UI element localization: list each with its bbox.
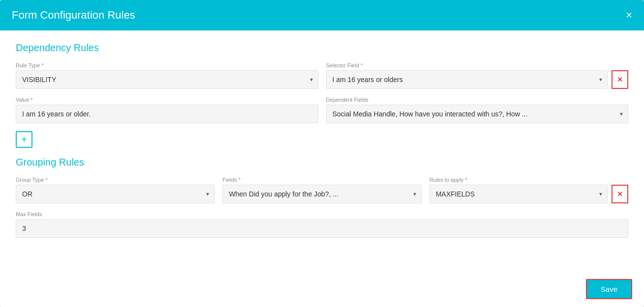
modal-title: Form Configuration Rules: [12, 9, 135, 22]
selector-field-group: Selector Field * I am 16 years or olders…: [326, 62, 608, 89]
modal-footer: Save: [586, 279, 632, 299]
dependent-fields-group: Dependent Fields Social Media Handle, Ho…: [326, 97, 629, 123]
fields-select[interactable]: When Did you apply for the Job?, ...: [223, 185, 421, 203]
group-type-select-wrapper: OR ▾: [16, 185, 215, 203]
selector-field-label: Selector Field *: [326, 62, 608, 68]
add-dependency-button[interactable]: +: [16, 131, 32, 148]
grouping-rules-section: Grouping Rules Group Type * OR ▾ Fields …: [16, 157, 628, 238]
rules-to-apply-clear-button[interactable]: ✕: [612, 185, 628, 203]
selector-field-wrapper: Selector Field * I am 16 years or olders…: [326, 62, 629, 89]
dependent-fields-select[interactable]: Social Media Handle, How have you intera…: [327, 105, 628, 123]
max-fields-label: Max Fields: [16, 211, 628, 217]
selector-field-select[interactable]: I am 16 years or olders: [327, 71, 608, 88]
dependent-fields-select-wrapper: Social Media Handle, How have you intera…: [326, 105, 629, 123]
selector-field-select-wrapper: I am 16 years or olders ▾: [326, 70, 608, 89]
rule-type-select-wrapper: VISIBILITY ▾: [16, 70, 318, 89]
rule-type-select[interactable]: VISIBILITY: [16, 71, 318, 88]
close-button[interactable]: ×: [626, 10, 632, 21]
group-type-label: Group Type *: [16, 177, 215, 183]
dependency-row-2: Value * Dependent Fields Social Media Ha…: [16, 97, 628, 123]
value-input[interactable]: [16, 105, 318, 123]
save-button[interactable]: Save: [586, 279, 632, 299]
modal-body: Dependency Rules Rule Type * VISIBILITY …: [0, 30, 644, 307]
fields-label: Fields *: [222, 177, 421, 183]
grouping-row-1: Group Type * OR ▾ Fields * When Did you …: [16, 177, 628, 203]
dependency-rules-title: Dependency Rules: [16, 42, 628, 54]
rules-to-apply-select-wrapper: MAXFIELDS ▾: [429, 185, 608, 203]
value-group: Value *: [16, 97, 318, 123]
rules-to-apply-group: Rules to apply * MAXFIELDS ▾: [429, 177, 608, 203]
dependency-row-1: Rule Type * VISIBILITY ▾ Selector Field …: [16, 62, 628, 89]
max-fields-input[interactable]: [16, 219, 628, 238]
modal-container: Form Configuration Rules × Dependency Ru…: [0, 0, 644, 307]
selector-field-clear-button[interactable]: ✕: [612, 70, 628, 89]
rule-type-label: Rule Type *: [16, 62, 318, 68]
rules-to-apply-wrapper: Rules to apply * MAXFIELDS ▾ ✕: [429, 177, 628, 203]
add-icon: +: [21, 134, 27, 145]
fields-select-wrapper: When Did you apply for the Job?, ... ▾: [222, 185, 421, 203]
dependent-fields-label: Dependent Fields: [326, 97, 629, 103]
grouping-rules-title: Grouping Rules: [16, 157, 628, 168]
fields-group: Fields * When Did you apply for the Job?…: [222, 177, 421, 203]
group-type-select[interactable]: OR: [16, 185, 214, 203]
dependency-rules-section: Dependency Rules Rule Type * VISIBILITY …: [16, 42, 628, 148]
rule-type-group: Rule Type * VISIBILITY ▾: [16, 62, 318, 89]
rules-to-apply-select[interactable]: MAXFIELDS: [430, 185, 607, 203]
modal-header: Form Configuration Rules ×: [0, 0, 644, 30]
max-fields-group: Max Fields: [16, 211, 628, 238]
grouping-row-2: Max Fields: [16, 211, 628, 238]
value-label: Value *: [16, 97, 318, 103]
rules-to-apply-label: Rules to apply *: [429, 177, 608, 183]
group-type-group: Group Type * OR ▾: [16, 177, 215, 203]
